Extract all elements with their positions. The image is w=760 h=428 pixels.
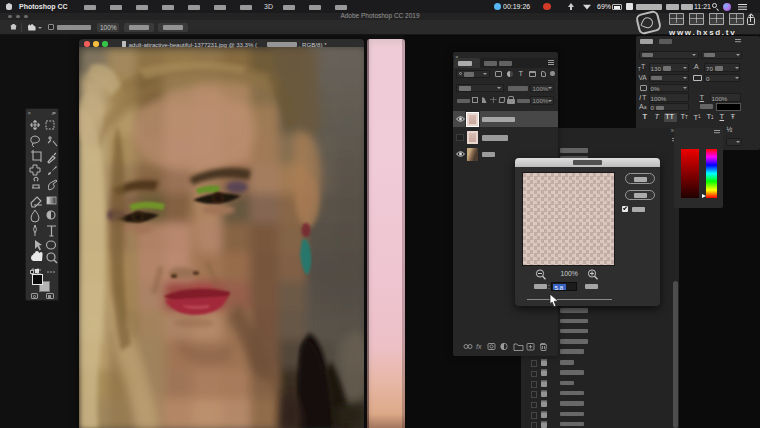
svg-text:fx: fx	[476, 343, 482, 350]
